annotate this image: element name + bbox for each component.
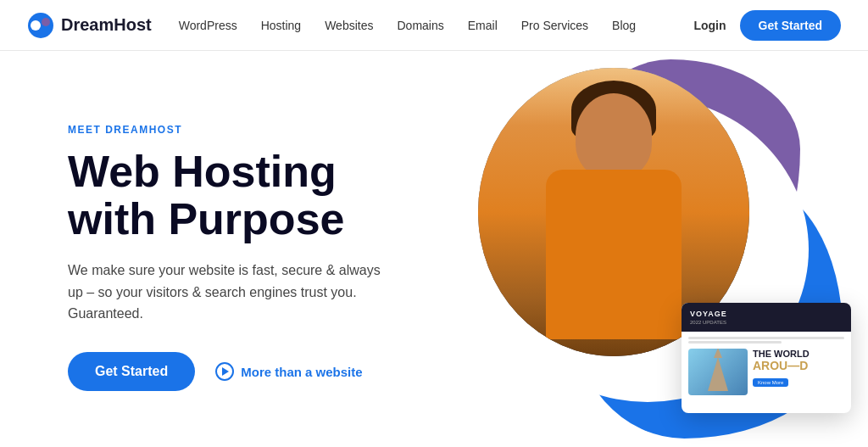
- nav-websites[interactable]: Websites: [325, 19, 373, 32]
- hero-subtitle: We make sure your website is fast, secur…: [68, 260, 390, 325]
- nav-actions: Login Get Started: [693, 10, 841, 41]
- hero-section: MEET DREAMHOST Web Hosting with Purpose …: [0, 51, 868, 447]
- navbar-get-started-button[interactable]: Get Started: [740, 10, 841, 41]
- card-updates: 2022 UPDATES: [690, 320, 843, 325]
- dreamhost-logo-icon: [27, 12, 54, 39]
- more-link-text: More than a website: [241, 365, 362, 379]
- card-line-2: [688, 341, 782, 344]
- hero-actions: Get Started More than a website: [68, 352, 458, 391]
- play-icon: [215, 362, 234, 381]
- hero-get-started-button[interactable]: Get Started: [68, 352, 195, 391]
- nav-domains[interactable]: Domains: [397, 19, 443, 32]
- logo-text: DreamHost: [61, 15, 152, 35]
- card-text-lines: [682, 332, 851, 349]
- hero-title-line1: Web Hosting: [68, 147, 337, 196]
- card-line-1: [688, 337, 844, 339]
- eiffel-tower: [708, 357, 728, 391]
- nav-links: WordPress Hosting Websites Domains Email…: [179, 19, 694, 32]
- card-eiffel-image: [688, 349, 748, 395]
- card-image-area: THE WORLD AROU—D Know More: [682, 349, 851, 400]
- meet-label: MEET DREAMHOST: [68, 124, 458, 136]
- play-triangle: [222, 367, 229, 376]
- logo[interactable]: DreamHost: [27, 12, 152, 39]
- login-button[interactable]: Login: [693, 19, 726, 32]
- navbar: DreamHost WordPress Hosting Websites Dom…: [0, 0, 868, 51]
- website-card-overlay: VOYAGE 2022 UPDATES THE WORLD AROU—D Kno…: [682, 303, 851, 413]
- hero-illustration: VOYAGE 2022 UPDATES THE WORLD AROU—D Kno…: [427, 51, 868, 447]
- nav-wordpress[interactable]: WordPress: [179, 19, 237, 32]
- card-know-more-button[interactable]: Know More: [753, 378, 788, 387]
- svg-point-1: [31, 20, 41, 31]
- card-around-text: AROU—D: [753, 359, 844, 372]
- nav-email[interactable]: Email: [468, 19, 498, 32]
- card-world-text: THE WORLD: [753, 349, 844, 359]
- more-than-website-link[interactable]: More than a website: [215, 362, 362, 381]
- nav-blog[interactable]: Blog: [612, 19, 636, 32]
- hero-content: MEET DREAMHOST Web Hosting with Purpose …: [68, 124, 458, 391]
- card-header: VOYAGE 2022 UPDATES: [682, 303, 851, 332]
- card-text-right: THE WORLD AROU—D Know More: [753, 349, 844, 395]
- person-body: [546, 170, 682, 339]
- card-voyage: VOYAGE: [690, 310, 843, 318]
- nav-hosting[interactable]: Hosting: [261, 19, 301, 32]
- svg-point-2: [42, 18, 50, 26]
- hero-title: Web Hosting with Purpose: [68, 148, 458, 243]
- nav-pro-services[interactable]: Pro Services: [521, 19, 588, 32]
- person-head: [576, 93, 652, 178]
- hero-title-line2: with Purpose: [68, 194, 344, 243]
